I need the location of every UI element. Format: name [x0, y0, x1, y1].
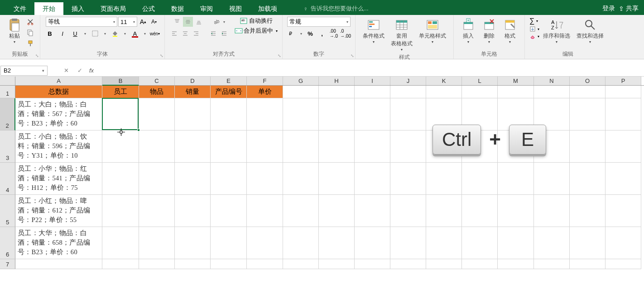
autosum-button[interactable]: ∑▾: [529, 17, 538, 25]
cell-P2[interactable]: [606, 98, 641, 130]
cell-D6[interactable]: [175, 227, 211, 259]
border-button[interactable]: [90, 29, 100, 39]
cell-M7[interactable]: [498, 259, 534, 269]
select-all-button[interactable]: [0, 77, 15, 85]
cell-A2[interactable]: 员工：大白；物品：白酒；销量：567；产品编号：B23；单价：60: [15, 98, 102, 130]
clear-button[interactable]: ▾: [529, 33, 539, 39]
number-dialog-launcher[interactable]: ⤡: [351, 53, 354, 58]
cell-B3[interactable]: [102, 130, 139, 163]
cell-P3[interactable]: [606, 130, 641, 163]
font-size-combo[interactable]: 11▾: [118, 17, 137, 27]
cell-B2[interactable]: [102, 98, 139, 130]
format-cells-button[interactable]: 格式▾: [500, 17, 520, 45]
align-top-button[interactable]: [172, 17, 182, 27]
share-button[interactable]: ⇪共享: [619, 5, 639, 13]
col-header-B[interactable]: B: [102, 77, 139, 86]
cell-J1[interactable]: [390, 86, 426, 98]
cell-B4[interactable]: [102, 163, 139, 195]
col-header-H[interactable]: H: [319, 77, 355, 85]
cell-L1[interactable]: [462, 86, 498, 98]
paste-button[interactable]: 粘贴▾: [5, 17, 24, 45]
align-left-button[interactable]: [169, 29, 179, 39]
sort-filter-button[interactable]: AZ 排序和筛选▾: [540, 17, 573, 45]
italic-button[interactable]: I: [58, 29, 67, 39]
row-header-1[interactable]: 1: [0, 86, 15, 98]
col-header-E[interactable]: E: [211, 77, 247, 85]
cell-styles-button[interactable]: 单元格样式▾: [416, 17, 449, 45]
col-header-A[interactable]: A: [15, 77, 102, 85]
increase-font-button[interactable]: A▴: [138, 17, 148, 27]
cell-O6[interactable]: [570, 227, 606, 259]
orientation-button[interactable]: ab: [211, 17, 221, 27]
cell-A4[interactable]: 员工：小华；物品：红酒；销量：541；产品编号：H12；单价：75: [15, 163, 102, 195]
col-header-M[interactable]: M: [498, 77, 534, 85]
cell-J5[interactable]: [390, 195, 426, 227]
cell-P4[interactable]: [606, 163, 641, 195]
cell-L4[interactable]: [462, 163, 498, 195]
format-painter-button[interactable]: [25, 39, 35, 48]
cell-F1[interactable]: 单价: [247, 86, 283, 98]
cell-G6[interactable]: [283, 227, 319, 259]
row-header-3[interactable]: 3: [0, 130, 15, 163]
tab-view[interactable]: 视图: [221, 2, 250, 15]
cell-N1[interactable]: [534, 86, 570, 98]
cell-P5[interactable]: [606, 195, 641, 227]
comma-button[interactable]: ,: [317, 29, 327, 39]
align-bottom-button[interactable]: [194, 17, 204, 27]
cell-F6[interactable]: [247, 227, 283, 259]
col-header-D[interactable]: D: [175, 77, 211, 85]
cell-G5[interactable]: [283, 195, 319, 227]
cell-C5[interactable]: [139, 195, 175, 227]
tell-me[interactable]: ♀ 告诉我您想要做什么...: [303, 5, 369, 13]
cut-button[interactable]: [25, 17, 35, 27]
cell-N6[interactable]: [534, 227, 570, 259]
row-header-5[interactable]: 5: [0, 195, 15, 227]
align-right-button[interactable]: [191, 29, 201, 39]
cell-G2[interactable]: [283, 98, 319, 130]
conditional-formatting-button[interactable]: 条件格式▾: [360, 17, 387, 45]
cell-O2[interactable]: [570, 98, 606, 130]
row-header-6[interactable]: 6: [0, 227, 15, 259]
cell-E6[interactable]: [211, 227, 247, 259]
fill-button[interactable]: ▾: [529, 26, 539, 32]
cell-I2[interactable]: [355, 98, 390, 130]
cell-E3[interactable]: [211, 130, 247, 163]
formula-cancel-button[interactable]: ✕: [62, 67, 70, 74]
row-header-7[interactable]: 7: [0, 259, 15, 269]
cell-C2[interactable]: [139, 98, 175, 130]
cell-G4[interactable]: [283, 163, 319, 195]
cell-D7[interactable]: [175, 259, 211, 269]
cell-H1[interactable]: [319, 86, 355, 98]
cell-K1[interactable]: [426, 86, 462, 98]
cell-F7[interactable]: [247, 259, 283, 269]
find-select-button[interactable]: 查找和选择▾: [574, 17, 606, 45]
cell-O1[interactable]: [570, 86, 606, 98]
cell-A3[interactable]: 员工：小白；物品：饮料；销量：596；产品编号：Y31；单价：10: [15, 130, 102, 163]
tab-review[interactable]: 审阅: [192, 2, 221, 15]
cell-I7[interactable]: [355, 259, 390, 269]
cell-C1[interactable]: 物品: [139, 86, 175, 98]
cell-K5[interactable]: [426, 195, 462, 227]
cell-K7[interactable]: [426, 259, 462, 269]
format-as-table-button[interactable]: 套用表格格式▾: [388, 17, 415, 53]
cell-J6[interactable]: [390, 227, 426, 259]
cell-F3[interactable]: [247, 130, 283, 163]
cell-E2[interactable]: [211, 98, 247, 130]
cell-J7[interactable]: [390, 259, 426, 269]
cell-P6[interactable]: [606, 227, 641, 259]
accounting-dd[interactable]: [299, 29, 303, 39]
name-box[interactable]: B2 ▾: [0, 66, 48, 76]
cell-N7[interactable]: [534, 259, 570, 269]
spreadsheet-grid[interactable]: ABCDEFGHIJKLMNOP 1234567 总数据员工物品销量产品编号单价…: [0, 77, 644, 269]
phonetic-button[interactable]: wén▾: [150, 29, 160, 39]
cell-E7[interactable]: [211, 259, 247, 269]
cell-L6[interactable]: [462, 227, 498, 259]
cell-C6[interactable]: [139, 227, 175, 259]
cell-L7[interactable]: [462, 259, 498, 269]
cell-D5[interactable]: [175, 195, 211, 227]
border-dd[interactable]: [103, 29, 107, 39]
bold-button[interactable]: B: [45, 29, 55, 39]
cell-A7[interactable]: [15, 259, 102, 269]
row-header-2[interactable]: 2: [0, 98, 15, 130]
copy-button[interactable]: [25, 28, 35, 38]
